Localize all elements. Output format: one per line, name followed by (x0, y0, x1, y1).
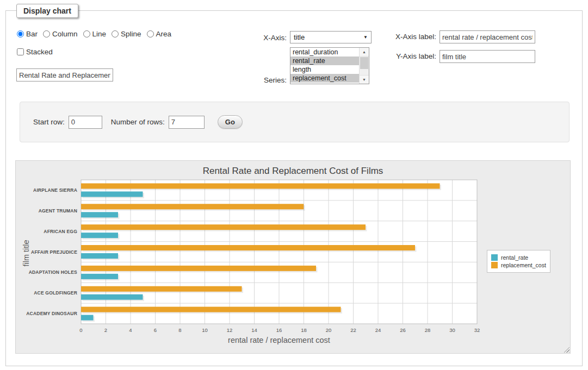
radio-bar-label: Bar (26, 30, 38, 38)
x-axis-label-caption: X-Axis label: (386, 33, 436, 41)
y-category-label: ACE GOLDFINGER (34, 290, 77, 296)
radio-line-label: Line (92, 30, 107, 38)
x-tick-label: 0 (79, 327, 82, 333)
radio-chart-type-line[interactable]: Line (83, 30, 107, 38)
chart-title-input[interactable] (16, 68, 113, 81)
legend-item: replacement_cost (491, 262, 546, 268)
stacked-checkbox[interactable] (17, 48, 24, 55)
radio-chart-type-area[interactable]: Area (147, 30, 172, 38)
scrollbar-thumb[interactable] (360, 57, 368, 69)
x-tick-label: 22 (350, 327, 356, 333)
radio-column[interactable] (43, 30, 50, 37)
stacked-option[interactable]: Stacked (17, 48, 53, 56)
start-row-label: Start row: (33, 118, 65, 126)
chart-x-axis-label: rental rate / replacement cost (81, 336, 477, 344)
bar-replacement_cost (81, 183, 440, 189)
chart-type-radio-group: Bar Column Line Spline Area (17, 30, 177, 38)
x-axis-select[interactable]: title ▼ (290, 31, 372, 43)
radio-chart-type-spline[interactable]: Spline (112, 30, 141, 38)
x-tick-label: 8 (178, 327, 181, 333)
chart-resize-handle[interactable] (562, 346, 570, 353)
bar-replacement_cost (81, 204, 304, 209)
bar-replacement_cost (81, 266, 316, 271)
bar-rental_rate (81, 315, 94, 321)
radio-area[interactable] (147, 30, 154, 37)
radio-spline[interactable] (112, 30, 119, 37)
num-rows-label: Number of rows: (111, 118, 165, 126)
row-range-panel: Start row: Number of rows: Go (20, 102, 570, 142)
stacked-checkbox-row: Stacked (17, 48, 53, 56)
radio-area-label: Area (156, 30, 172, 38)
bar-replacement_cost (81, 224, 366, 230)
series-caption: Series: (235, 76, 287, 84)
app-page: Display chart Bar Column Line Spline Are… (0, 0, 588, 370)
scroll-down-icon[interactable]: ▼ (360, 75, 369, 84)
x-tick-label: 14 (251, 327, 257, 333)
display-chart-legend: Display chart (16, 4, 78, 18)
x-tick-label: 20 (326, 327, 332, 333)
chart-legend-box: rental_ratereplacement_cost (487, 250, 550, 273)
x-tick-label: 16 (276, 327, 282, 333)
radio-column-label: Column (52, 30, 78, 38)
num-rows-input[interactable] (169, 116, 205, 129)
scroll-up-icon[interactable]: ▲ (360, 48, 369, 57)
legend-item: rental_rate (491, 254, 546, 261)
y-category-label: ACADEMY DINOSAUR (26, 311, 77, 316)
x-tick-label: 24 (375, 327, 381, 333)
legend-swatch (491, 254, 498, 261)
y-axis-label-caption: Y-Axis label: (386, 52, 436, 60)
x-tick-label: 32 (474, 327, 480, 333)
bar-rental_rate (81, 212, 118, 217)
x-axis-caption: X-Axis: (235, 34, 287, 42)
x-axis-selected-value: title (294, 33, 305, 41)
series-option-rental_rate[interactable]: rental_rate (290, 57, 360, 65)
y-category-label: AFRICAN EGG (44, 229, 77, 234)
radio-line[interactable] (83, 30, 90, 37)
chart-title: Rental Rate and Replacement Cost of Film… (16, 166, 570, 177)
x-tick-label: 26 (400, 327, 406, 333)
x-axis-label-input[interactable] (440, 30, 535, 43)
x-tick-label: 6 (154, 327, 157, 333)
x-tick-label: 28 (425, 327, 431, 333)
y-category-label: AGENT TRUMAN (39, 208, 77, 214)
bar-rental_rate (81, 253, 118, 259)
bar-rental_rate (81, 233, 118, 238)
x-tick-label: 18 (301, 327, 307, 333)
series-option-rental_duration[interactable]: rental_duration (290, 48, 360, 57)
x-tick-label: 10 (202, 327, 208, 333)
x-tick-label: 2 (104, 327, 107, 333)
series-listbox-items: rental_durationrental_ratelengthreplacem… (290, 48, 360, 84)
radio-chart-type-bar[interactable]: Bar (17, 30, 38, 38)
legend-label: replacement_cost (501, 262, 546, 268)
radio-bar[interactable] (17, 30, 24, 37)
bar-rental_rate (81, 294, 143, 300)
y-category-label: ADAPTATION HOLES (29, 269, 77, 275)
chart-panel: Rental Rate and Replacement Cost of Film… (15, 160, 571, 354)
y-category-label: AIRPLANE SIERRA (33, 187, 77, 193)
series-option-replacement_cost[interactable]: replacement_cost (290, 74, 360, 83)
stacked-label: Stacked (26, 48, 53, 56)
x-tick-label: 12 (227, 327, 233, 333)
bar-rental_rate (81, 191, 143, 197)
y-axis-label-input[interactable] (440, 50, 535, 63)
chart-y-axis-label: film title (22, 218, 30, 289)
radio-spline-label: Spline (121, 30, 141, 38)
chevron-down-icon: ▼ (363, 35, 368, 40)
bar-replacement_cost (81, 286, 242, 292)
y-category-label: AFFAIR PREJUDICE (31, 249, 77, 255)
legend-swatch (491, 262, 498, 268)
start-row-input[interactable] (69, 116, 102, 129)
series-option-length[interactable]: length (290, 65, 360, 74)
listbox-scrollbar[interactable]: ▲ ▼ (359, 48, 369, 84)
x-tick-label: 30 (449, 327, 455, 333)
bar-replacement_cost (81, 307, 341, 312)
go-button[interactable]: Go (218, 115, 243, 129)
legend-label: rental_rate (501, 254, 528, 261)
bar-replacement_cost (81, 245, 415, 250)
series-listbox[interactable]: rental_durationrental_ratelengthreplacem… (290, 47, 369, 84)
bar-rental_rate (81, 274, 118, 279)
radio-chart-type-column[interactable]: Column (43, 30, 78, 38)
x-tick-label: 4 (129, 327, 132, 333)
